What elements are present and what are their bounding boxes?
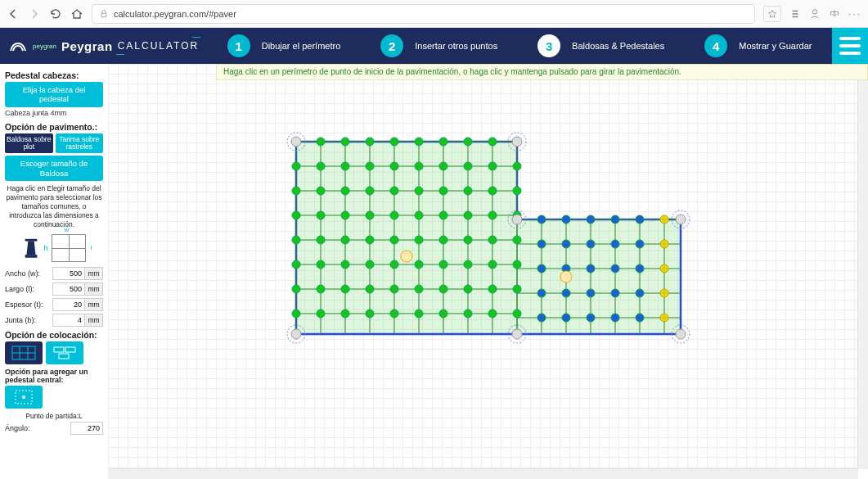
lock-icon xyxy=(99,9,109,19)
tile-help-text: Haga clic en Elegir tamaño del pavimento… xyxy=(5,184,103,229)
step-1[interactable]: 1Dibujar el perímetro xyxy=(227,34,341,57)
hint-bar: Haga clic en un perímetro de punto de in… xyxy=(216,64,868,80)
dimension-illustration: h w l xyxy=(5,234,103,262)
thickness-input[interactable] xyxy=(52,298,85,311)
back-icon[interactable] xyxy=(7,7,20,20)
step-nav: 1Dibujar el perímetro 2Insertar otros pu… xyxy=(207,34,832,57)
svg-point-381 xyxy=(560,271,572,282)
brand-sub: peygran xyxy=(33,43,56,50)
pedestal-icon xyxy=(22,237,40,260)
logo: peygran Peygran CALCULATOR xyxy=(0,36,207,56)
pavement-option-heading: Opción de pavimento.: xyxy=(5,122,103,132)
profile-icon[interactable] xyxy=(809,8,821,20)
browser-chrome: calculator.peygran.com/#paver ··· xyxy=(0,0,868,28)
svg-point-375 xyxy=(512,215,522,224)
pedestal-head-heading: Pedestal cabezas: xyxy=(5,70,103,80)
share-icon[interactable] xyxy=(829,8,840,20)
placement-heading: Opción de colocación: xyxy=(5,330,103,340)
sidebar: Pedestal cabezas: Elija la cabeza del pe… xyxy=(0,64,108,479)
width-input[interactable] xyxy=(52,267,85,280)
angle-input[interactable] xyxy=(70,422,103,435)
layout-brick-option[interactable] xyxy=(46,341,83,364)
step-2[interactable]: 2Insertar otros puntos xyxy=(380,34,497,57)
svg-point-379 xyxy=(291,329,301,339)
svg-rect-9 xyxy=(65,347,75,352)
layout-grid-option[interactable] xyxy=(5,341,43,364)
browser-right-icons: ··· xyxy=(789,8,861,20)
canvas[interactable] xyxy=(108,64,868,479)
url-text: calculator.peygran.com/#paver xyxy=(114,9,236,19)
center-pedestal-heading: Opción para agregar un pedestal central: xyxy=(5,368,103,384)
home-icon[interactable] xyxy=(70,7,83,20)
svg-point-380 xyxy=(401,251,412,262)
svg-point-377 xyxy=(676,329,686,339)
choose-tile-button[interactable]: Escoger tamaño de Baldosa xyxy=(5,156,103,181)
brand-name: Peygran xyxy=(61,39,113,53)
head-note: Cabeza junta 4mm xyxy=(5,109,103,117)
forward-icon[interactable] xyxy=(28,7,41,20)
svg-point-376 xyxy=(676,215,686,224)
svg-point-374 xyxy=(512,137,522,147)
svg-rect-2 xyxy=(25,239,38,242)
svg-rect-3 xyxy=(25,255,38,258)
svg-rect-8 xyxy=(54,347,64,352)
app-header: peygran Peygran CALCULATOR 1Dibujar el p… xyxy=(0,28,868,64)
svg-point-378 xyxy=(512,329,522,339)
svg-rect-10 xyxy=(59,354,69,359)
option-tarima-rastreles[interactable]: Tarima sobre rastreles xyxy=(56,133,104,154)
start-point-label: Punto de partida:L xyxy=(5,412,103,420)
svg-point-1 xyxy=(812,9,816,13)
step-3[interactable]: 3Baldosas & Pedestales xyxy=(537,34,664,57)
menu-icon[interactable] xyxy=(832,28,868,64)
center-pedestal-option[interactable] xyxy=(5,386,43,409)
brand-product: CALCULATOR xyxy=(118,40,200,52)
address-bar[interactable]: calculator.peygran.com/#paver xyxy=(92,4,755,24)
joint-input[interactable] xyxy=(52,314,85,327)
svg-point-12 xyxy=(22,395,25,399)
paving-drawing[interactable] xyxy=(108,64,858,469)
choose-head-button[interactable]: Elija la cabeza del pedestal xyxy=(5,82,103,107)
svg-rect-0 xyxy=(101,13,106,17)
length-input[interactable] xyxy=(52,282,85,296)
step-4[interactable]: 4Mostrar y Guardar xyxy=(704,34,812,57)
favorite-icon[interactable] xyxy=(763,6,781,22)
more-icon[interactable]: ··· xyxy=(848,8,861,20)
svg-point-373 xyxy=(291,137,301,147)
refresh-icon[interactable] xyxy=(49,7,62,20)
extension-icon[interactable] xyxy=(789,8,801,20)
option-baldosa-plot[interactable]: Baldosa sobre plot xyxy=(5,133,53,154)
brand-mark-icon xyxy=(8,36,28,56)
